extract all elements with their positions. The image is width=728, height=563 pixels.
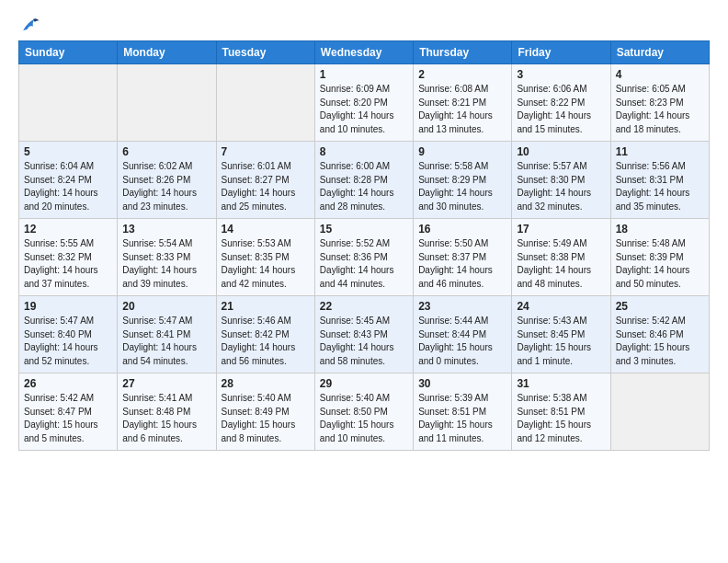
day-info: Sunrise: 5:44 AM Sunset: 8:44 PM Dayligh… bbox=[418, 315, 506, 368]
calendar-day-20: 20Sunrise: 5:47 AM Sunset: 8:41 PM Dayli… bbox=[118, 296, 216, 373]
calendar-page: SundayMondayTuesdayWednesdayThursdayFrid… bbox=[0, 0, 728, 469]
day-number: 31 bbox=[517, 377, 605, 390]
day-info: Sunrise: 5:41 AM Sunset: 8:48 PM Dayligh… bbox=[122, 392, 210, 445]
weekday-header-thursday: Thursday bbox=[414, 41, 512, 64]
day-number: 22 bbox=[320, 300, 408, 313]
day-info: Sunrise: 5:40 AM Sunset: 8:50 PM Dayligh… bbox=[320, 392, 408, 445]
calendar-day-28: 28Sunrise: 5:40 AM Sunset: 8:49 PM Dayli… bbox=[216, 373, 314, 451]
day-number: 7 bbox=[222, 145, 310, 158]
day-info: Sunrise: 5:40 AM Sunset: 8:49 PM Dayligh… bbox=[222, 392, 310, 445]
calendar-day-11: 11Sunrise: 5:56 AM Sunset: 8:31 PM Dayli… bbox=[610, 142, 709, 219]
day-number: 30 bbox=[418, 377, 506, 390]
day-info: Sunrise: 5:49 AM Sunset: 8:38 PM Dayligh… bbox=[517, 237, 605, 291]
day-number: 11 bbox=[616, 145, 704, 158]
day-info: Sunrise: 5:50 AM Sunset: 8:37 PM Dayligh… bbox=[418, 237, 506, 291]
day-number: 1 bbox=[320, 68, 408, 81]
calendar-week-row: 12Sunrise: 5:55 AM Sunset: 8:32 PM Dayli… bbox=[19, 219, 710, 296]
day-info: Sunrise: 6:01 AM Sunset: 8:27 PM Dayligh… bbox=[222, 160, 310, 213]
day-number: 20 bbox=[122, 300, 210, 313]
calendar-day-2: 2Sunrise: 6:08 AM Sunset: 8:21 PM Daylig… bbox=[414, 64, 512, 142]
day-number: 29 bbox=[320, 377, 408, 390]
day-info: Sunrise: 5:47 AM Sunset: 8:40 PM Dayligh… bbox=[24, 315, 112, 368]
day-info: Sunrise: 5:42 AM Sunset: 8:46 PM Dayligh… bbox=[616, 315, 704, 368]
calendar-day-9: 9Sunrise: 5:58 AM Sunset: 8:29 PM Daylig… bbox=[414, 142, 512, 219]
logo-bird-icon bbox=[20, 15, 40, 35]
day-info: Sunrise: 6:02 AM Sunset: 8:26 PM Dayligh… bbox=[122, 160, 210, 213]
day-number: 27 bbox=[122, 377, 210, 390]
calendar-day-15: 15Sunrise: 5:52 AM Sunset: 8:36 PM Dayli… bbox=[314, 219, 413, 296]
day-number: 9 bbox=[418, 145, 506, 158]
day-info: Sunrise: 5:52 AM Sunset: 8:36 PM Dayligh… bbox=[320, 237, 408, 291]
calendar-day-7: 7Sunrise: 6:01 AM Sunset: 8:27 PM Daylig… bbox=[216, 142, 314, 219]
day-info: Sunrise: 5:43 AM Sunset: 8:45 PM Dayligh… bbox=[517, 315, 605, 368]
weekday-header-saturday: Saturday bbox=[610, 41, 709, 64]
day-number: 28 bbox=[222, 377, 310, 390]
calendar-day-29: 29Sunrise: 5:40 AM Sunset: 8:50 PM Dayli… bbox=[314, 373, 413, 451]
day-number: 24 bbox=[517, 300, 605, 313]
day-info: Sunrise: 5:47 AM Sunset: 8:41 PM Dayligh… bbox=[122, 315, 210, 368]
day-info: Sunrise: 6:09 AM Sunset: 8:20 PM Dayligh… bbox=[320, 83, 408, 136]
calendar-day-16: 16Sunrise: 5:50 AM Sunset: 8:37 PM Dayli… bbox=[414, 219, 512, 296]
weekday-header-sunday: Sunday bbox=[19, 41, 118, 64]
day-info: Sunrise: 5:38 AM Sunset: 8:51 PM Dayligh… bbox=[517, 392, 605, 445]
calendar-empty-cell bbox=[610, 373, 709, 451]
day-info: Sunrise: 6:08 AM Sunset: 8:21 PM Dayligh… bbox=[418, 83, 506, 136]
calendar-day-17: 17Sunrise: 5:49 AM Sunset: 8:38 PM Dayli… bbox=[512, 219, 610, 296]
day-number: 26 bbox=[24, 377, 112, 390]
calendar-day-21: 21Sunrise: 5:46 AM Sunset: 8:42 PM Dayli… bbox=[216, 296, 314, 373]
day-number: 2 bbox=[418, 68, 506, 81]
calendar-day-3: 3Sunrise: 6:06 AM Sunset: 8:22 PM Daylig… bbox=[512, 64, 610, 142]
calendar-table: SundayMondayTuesdayWednesdayThursdayFrid… bbox=[18, 40, 710, 451]
calendar-day-27: 27Sunrise: 5:41 AM Sunset: 8:48 PM Dayli… bbox=[118, 373, 216, 451]
day-info: Sunrise: 5:54 AM Sunset: 8:33 PM Dayligh… bbox=[122, 237, 210, 291]
day-number: 16 bbox=[418, 223, 506, 236]
day-number: 10 bbox=[517, 145, 605, 158]
calendar-empty-cell bbox=[118, 64, 216, 142]
day-number: 21 bbox=[222, 300, 310, 313]
calendar-day-26: 26Sunrise: 5:42 AM Sunset: 8:47 PM Dayli… bbox=[19, 373, 118, 451]
calendar-day-14: 14Sunrise: 5:53 AM Sunset: 8:35 PM Dayli… bbox=[216, 219, 314, 296]
calendar-day-6: 6Sunrise: 6:02 AM Sunset: 8:26 PM Daylig… bbox=[118, 142, 216, 219]
calendar-day-23: 23Sunrise: 5:44 AM Sunset: 8:44 PM Dayli… bbox=[414, 296, 512, 373]
calendar-day-10: 10Sunrise: 5:57 AM Sunset: 8:30 PM Dayli… bbox=[512, 142, 610, 219]
day-number: 25 bbox=[616, 300, 704, 313]
day-info: Sunrise: 6:06 AM Sunset: 8:22 PM Dayligh… bbox=[517, 83, 605, 136]
calendar-day-31: 31Sunrise: 5:38 AM Sunset: 8:51 PM Dayli… bbox=[512, 373, 610, 451]
weekday-header-tuesday: Tuesday bbox=[216, 41, 314, 64]
day-info: Sunrise: 5:53 AM Sunset: 8:35 PM Dayligh… bbox=[222, 237, 310, 291]
calendar-week-row: 5Sunrise: 6:04 AM Sunset: 8:24 PM Daylig… bbox=[19, 142, 710, 219]
calendar-day-24: 24Sunrise: 5:43 AM Sunset: 8:45 PM Dayli… bbox=[512, 296, 610, 373]
calendar-day-18: 18Sunrise: 5:48 AM Sunset: 8:39 PM Dayli… bbox=[610, 219, 709, 296]
day-info: Sunrise: 6:04 AM Sunset: 8:24 PM Dayligh… bbox=[24, 160, 112, 213]
day-info: Sunrise: 5:55 AM Sunset: 8:32 PM Dayligh… bbox=[24, 237, 112, 291]
day-info: Sunrise: 5:48 AM Sunset: 8:39 PM Dayligh… bbox=[616, 237, 704, 291]
day-number: 6 bbox=[122, 145, 210, 158]
weekday-header-friday: Friday bbox=[512, 41, 610, 64]
calendar-day-12: 12Sunrise: 5:55 AM Sunset: 8:32 PM Dayli… bbox=[19, 219, 118, 296]
logo bbox=[18, 15, 40, 31]
calendar-day-25: 25Sunrise: 5:42 AM Sunset: 8:46 PM Dayli… bbox=[610, 296, 709, 373]
calendar-day-4: 4Sunrise: 6:05 AM Sunset: 8:23 PM Daylig… bbox=[610, 64, 709, 142]
calendar-empty-cell bbox=[19, 64, 118, 142]
weekday-header-wednesday: Wednesday bbox=[314, 41, 413, 64]
day-number: 23 bbox=[418, 300, 506, 313]
calendar-day-13: 13Sunrise: 5:54 AM Sunset: 8:33 PM Dayli… bbox=[118, 219, 216, 296]
day-number: 5 bbox=[24, 145, 112, 158]
day-info: Sunrise: 5:56 AM Sunset: 8:31 PM Dayligh… bbox=[616, 160, 704, 213]
weekday-header-row: SundayMondayTuesdayWednesdayThursdayFrid… bbox=[19, 41, 710, 64]
day-info: Sunrise: 5:45 AM Sunset: 8:43 PM Dayligh… bbox=[320, 315, 408, 368]
day-number: 17 bbox=[517, 223, 605, 236]
day-number: 8 bbox=[320, 145, 408, 158]
calendar-day-22: 22Sunrise: 5:45 AM Sunset: 8:43 PM Dayli… bbox=[314, 296, 413, 373]
day-info: Sunrise: 5:57 AM Sunset: 8:30 PM Dayligh… bbox=[517, 160, 605, 213]
day-info: Sunrise: 5:46 AM Sunset: 8:42 PM Dayligh… bbox=[222, 315, 310, 368]
calendar-day-30: 30Sunrise: 5:39 AM Sunset: 8:51 PM Dayli… bbox=[414, 373, 512, 451]
day-number: 12 bbox=[24, 223, 112, 236]
day-number: 14 bbox=[222, 223, 310, 236]
calendar-empty-cell bbox=[216, 64, 314, 142]
calendar-day-5: 5Sunrise: 6:04 AM Sunset: 8:24 PM Daylig… bbox=[19, 142, 118, 219]
day-number: 19 bbox=[24, 300, 112, 313]
calendar-week-row: 26Sunrise: 5:42 AM Sunset: 8:47 PM Dayli… bbox=[19, 373, 710, 451]
day-info: Sunrise: 6:05 AM Sunset: 8:23 PM Dayligh… bbox=[616, 83, 704, 136]
day-number: 18 bbox=[616, 223, 704, 236]
